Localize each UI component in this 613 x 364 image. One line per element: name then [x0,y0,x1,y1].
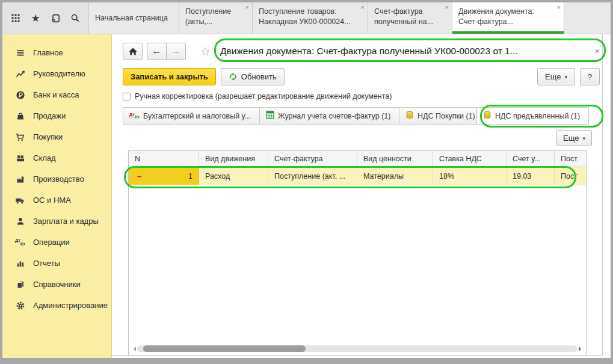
sidebar-item-proizvodstvo[interactable]: Производство [2,168,111,190]
search-icon[interactable] [70,13,81,23]
home-button[interactable] [123,43,143,60]
shopping-bag-icon [15,111,25,121]
more-button[interactable]: Еще ▾ [537,68,575,85]
document-form: ← → ☆ Движения документа: Счет-фактура п… [112,34,611,358]
section-sidebar: Главное Руководителю Банк и касса Продаж… [2,34,112,358]
dtkt-icon: ДтКт [15,238,25,247]
tab-label: НДС предъявленный (1) [495,112,580,120]
form-header: ← → ☆ Движения документа: Счет-фактура п… [123,40,600,62]
warehouse-boxes-icon [15,153,25,163]
scrollbar-thumb[interactable] [143,345,306,352]
manual-adjustment-checkbox[interactable] [123,93,131,100]
tab-invoice-journal[interactable]: Журнал учета счетов-фактур (1) [259,107,399,125]
sidebar-item-label: Продажи [33,111,66,120]
favorite-star-outline-icon[interactable]: ☆ [200,45,211,58]
tab-label: Журнал учета счетов-фактур (1) [278,112,390,120]
row-number: 1 [188,172,193,180]
dtkt-icon: ДтКт [129,112,140,120]
tab-vat-presented[interactable]: НДС предъявленный (1) [476,107,589,125]
sidebar-item-zarplata-i-kadry[interactable]: Зарплата и кадры [2,211,111,232]
sidebar-item-label: Справочники [33,280,81,289]
tab-label: НДС Покупки (1) [417,112,475,120]
favorites-star-icon[interactable]: ★ [30,13,41,23]
sidebar-item-administrirovanie[interactable]: Администрирование [2,295,111,316]
tab-accounting-register[interactable]: ДтКт Бухгалтерский и налоговый у... [123,107,260,125]
tab-schet-faktura[interactable]: Счет-фактура полученный на... × [368,2,452,34]
history-nav: ← → [147,43,186,60]
close-form-icon[interactable]: × [591,46,600,56]
column-header-schet-faktura[interactable]: Счет-фактура [268,151,357,167]
sidebar-item-label: Покупки [33,132,63,141]
close-icon[interactable]: × [245,4,249,11]
coins-icon [483,111,491,121]
column-header-postavshchik[interactable]: Пост [555,151,586,167]
sidebar-item-pokupki[interactable]: Покупки [2,126,111,147]
horizontal-scrollbar [131,345,584,353]
sidebar-item-rukovoditelyu[interactable]: Руководителю [2,63,111,84]
back-arrow-icon: ← [152,46,162,57]
quick-access-panel: ★ [2,2,89,34]
sidebar-item-label: Главное [33,48,63,57]
help-button[interactable]: ? [580,68,600,85]
tab-label: Поступление (акты,... [185,7,231,26]
chevron-down-icon: ▾ [564,74,567,80]
sidebar-item-label: Операции [33,238,70,247]
refresh-button[interactable]: Обновить [221,68,285,85]
sidebar-item-label: ОС и НМА [33,196,71,205]
back-button[interactable]: ← [147,43,167,60]
truck-icon [15,196,25,205]
tab-dvizheniya-dokumenta[interactable]: Движения документа: Счет-фактура... × [452,2,564,34]
tab-postuplenie-akty[interactable]: Поступление (акты,... × [179,2,253,34]
column-header-n[interactable]: N [129,151,199,167]
tab-label: Поступление товаров: Накладная УК00-0000… [259,7,351,26]
sidebar-item-prodazhi[interactable]: Продажи [2,105,111,126]
close-icon[interactable]: × [557,4,561,11]
row-marker-cell: – 1 [129,167,199,185]
refresh-label: Обновить [241,72,277,81]
grid-more-button[interactable]: Еще ▾ [556,130,592,146]
tab-label: Бухгалтерский и налоговый у... [143,112,251,120]
register-tabs: ДтКт Бухгалтерский и налоговый у... Журн… [123,107,589,125]
bar-chart-icon [15,259,25,268]
trend-chart-icon [15,69,25,79]
sidebar-item-bank-i-kassa[interactable]: Банк и касса [2,84,111,105]
table-row[interactable]: – 1 Расход Поступление (акт, ... Материа… [129,167,586,185]
more-label: Еще [563,134,579,143]
close-icon[interactable]: × [445,4,449,11]
tab-vat-purchases[interactable]: НДС Покупки (1) [399,107,477,125]
form-toolbar: Записать и закрыть Обновить Еще ▾ ? [123,68,600,85]
scrollbar-track[interactable] [137,345,578,352]
forward-button[interactable]: → [166,43,186,60]
tab-label: Движения документа: Счет-фактура... [458,7,534,26]
apps-grid-icon[interactable] [10,13,21,23]
column-header-stavka-nds[interactable]: Ставка НДС [433,151,507,167]
save-and-close-button[interactable]: Записать и закрыть [123,68,216,85]
cell-vid-dvizheniya: Расход [199,167,268,185]
history-scroll-icon[interactable] [50,13,61,23]
sidebar-item-label: Руководителю [33,69,85,78]
sidebar-item-otchety[interactable]: Отчеты [2,253,111,274]
sidebar-item-operacii[interactable]: ДтКт Операции [2,232,111,253]
top-bar: ★ Начальная страница Поступление (акты,.… [2,2,611,34]
menu-icon [15,48,25,58]
sidebar-item-label: Банк и касса [33,90,79,99]
scroll-left-arrow[interactable] [131,347,136,351]
column-header-vid-dvizheniya[interactable]: Вид движения [199,151,268,167]
sidebar-item-spravochniki[interactable]: Справочники [2,274,111,295]
cell-schet-faktura: Поступление (акт, ... [268,167,357,185]
sidebar-item-os-i-nma[interactable]: ОС и НМА [2,190,111,211]
sidebar-item-label: Зарплата и кадры [33,217,99,226]
page-title: Движения документа: Счет-фактура получен… [220,46,518,57]
cell-vid-cennosti: Материалы [357,167,433,185]
cell-schet-ucheta: 19.03 [507,167,555,185]
scroll-right-arrow[interactable] [579,347,584,351]
close-icon[interactable]: × [361,4,365,11]
tab-postuplenie-tovarov[interactable]: Поступление товаров: Накладная УК00-0000… [253,2,368,34]
sidebar-item-glavnoe[interactable]: Главное [2,42,111,63]
forward-arrow-icon: → [171,46,181,57]
column-header-vid-cennosti[interactable]: Вид ценности [357,151,433,167]
sidebar-item-sklad[interactable]: Склад [2,147,111,168]
tab-home[interactable]: Начальная страница [89,2,179,34]
more-label: Еще [545,72,561,81]
column-header-schet-ucheta[interactable]: Счет у... [507,151,555,167]
